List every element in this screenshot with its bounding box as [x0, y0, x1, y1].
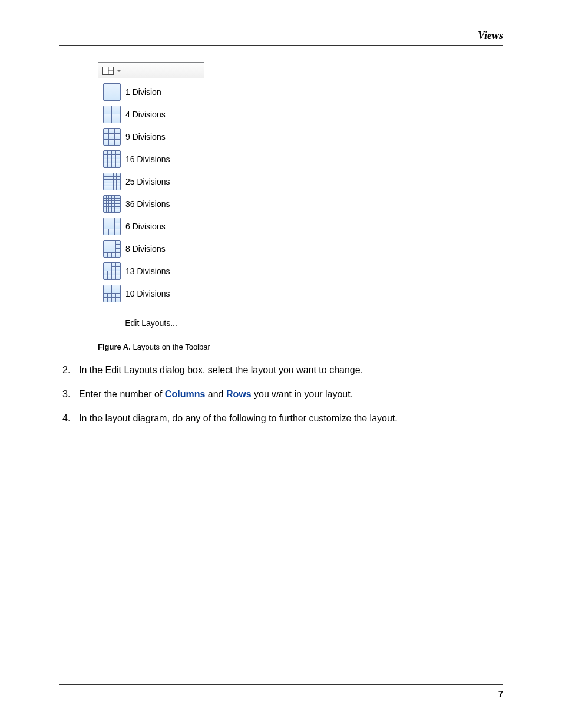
layout-icon	[103, 150, 121, 168]
layout-option[interactable]: 13 Divisions	[100, 260, 203, 282]
layout-option-label: 10 Divisions	[125, 289, 170, 298]
layouts-dropdown: 1 Division4 Divisions9 Divisions16 Divis…	[98, 62, 204, 334]
layout-option[interactable]: 1 Division	[100, 81, 203, 103]
layout-option[interactable]: 10 Divisions	[100, 282, 203, 305]
step-number: 2.	[59, 363, 79, 377]
step-text: In the Edit Layouts dialog box, select t…	[79, 363, 503, 377]
keyword: Columns	[165, 389, 205, 399]
text-run: In the Edit Layouts dialog box, select t…	[79, 365, 363, 375]
text-run: you want in your layout.	[252, 389, 353, 399]
layout-option[interactable]: 25 Divisions	[100, 170, 203, 193]
layout-option[interactable]: 9 Divisions	[100, 126, 203, 148]
text-run: and	[205, 389, 226, 399]
layout-icon	[103, 262, 121, 280]
layout-option-label: 8 Divisions	[125, 244, 166, 253]
page-footer: 7	[59, 684, 503, 699]
text-run: Enter the number of	[79, 389, 165, 399]
page-number: 7	[498, 689, 503, 699]
instruction-step: 3.Enter the number of Columns and Rows y…	[59, 387, 503, 401]
divider	[102, 311, 200, 311]
header-title: Views	[478, 29, 503, 42]
layout-option-label: 1 Division	[125, 87, 161, 97]
step-text: Enter the number of Columns and Rows you…	[79, 387, 503, 401]
step-text: In the layout diagram, do any of the fol…	[79, 411, 503, 425]
layout-option[interactable]: 36 Divisions	[100, 193, 203, 215]
figure: 1 Division4 Divisions9 Divisions16 Divis…	[98, 62, 503, 334]
layout-icon	[103, 240, 121, 258]
layout-icon	[103, 128, 121, 146]
edit-layouts-label: Edit Layouts...	[125, 318, 177, 328]
instruction-step: 2.In the Edit Layouts dialog box, select…	[59, 363, 503, 377]
figure-caption-text: Layouts on the Toolbar	[133, 342, 210, 351]
layout-icon	[103, 106, 121, 123]
layout-option[interactable]: 8 Divisions	[100, 238, 203, 260]
layout-option-label: 4 Divisions	[125, 110, 166, 119]
layout-option[interactable]: 6 Divisions	[100, 215, 203, 238]
layout-split-icon	[102, 67, 114, 75]
keyword: Rows	[226, 389, 252, 399]
layout-icon	[103, 83, 121, 101]
page-header: Views	[59, 29, 503, 46]
layout-icon	[103, 195, 121, 213]
layouts-toolbar-button[interactable]	[98, 63, 204, 78]
instruction-step: 4.In the layout diagram, do any of the f…	[59, 411, 503, 425]
layout-option-list: 1 Division4 Divisions9 Divisions16 Divis…	[98, 78, 204, 308]
figure-caption-label: Figure A.	[98, 342, 131, 351]
step-number: 3.	[59, 387, 79, 401]
layout-icon	[103, 218, 121, 235]
layout-option-label: 36 Divisions	[125, 199, 170, 209]
text-run: In the layout diagram, do any of the fol…	[79, 413, 398, 423]
instruction-steps: 2.In the Edit Layouts dialog box, select…	[59, 363, 503, 426]
chevron-down-icon	[117, 70, 121, 72]
layout-option-label: 6 Divisions	[125, 222, 166, 231]
layout-icon	[103, 173, 121, 190]
edit-layouts-item[interactable]: Edit Layouts...	[98, 314, 204, 334]
step-number: 4.	[59, 411, 79, 425]
layout-option-label: 13 Divisions	[125, 266, 170, 276]
figure-caption: Figure A. Layouts on the Toolbar	[98, 342, 503, 351]
layout-option-label: 16 Divisions	[125, 154, 170, 164]
layout-option[interactable]: 4 Divisions	[100, 103, 203, 126]
layout-option-label: 9 Divisions	[125, 132, 166, 141]
layout-option-label: 25 Divisions	[125, 177, 170, 186]
layout-option[interactable]: 16 Divisions	[100, 148, 203, 170]
layout-icon	[103, 285, 121, 302]
